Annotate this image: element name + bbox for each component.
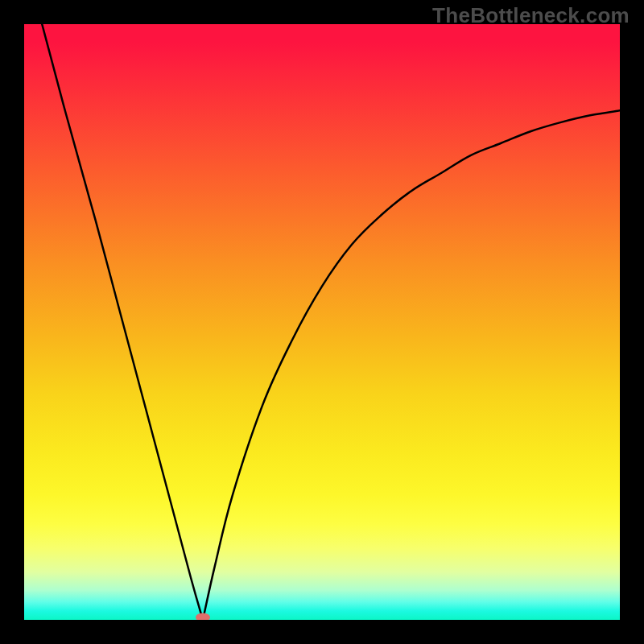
watermark-text: TheBottleneck.com [432, 3, 630, 28]
curve-left-branch [42, 24, 203, 620]
optimum-marker [196, 613, 210, 621]
bottleneck-curve [24, 24, 620, 620]
chart-frame: TheBottleneck.com [0, 0, 644, 644]
curve-right-branch [203, 110, 620, 620]
plot-area [24, 24, 620, 620]
